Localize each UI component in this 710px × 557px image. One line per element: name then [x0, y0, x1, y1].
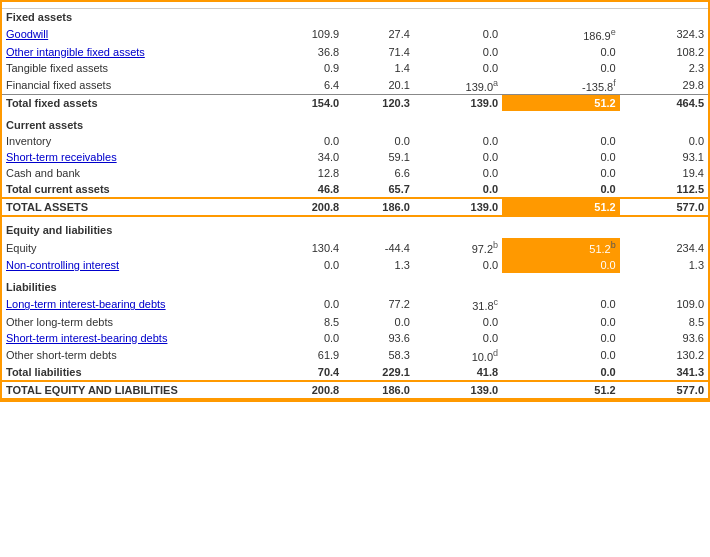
- row-proforma: 93.6: [620, 330, 708, 346]
- section-header-row: Equity and liabilities: [2, 222, 708, 238]
- section-header-label: Fixed assets: [2, 9, 708, 26]
- subtotal-row: Total fixed assets 154.0 120.3 139.0 51.…: [2, 95, 708, 112]
- row-formpipe: 0.0: [214, 330, 343, 346]
- data-row: Short-term interest-bearing debts 0.0 93…: [2, 330, 708, 346]
- row-elim: 0.0: [502, 295, 620, 314]
- row-traen: 58.3: [343, 346, 414, 365]
- row-adj: 97.2b: [414, 238, 502, 257]
- row-elim: 51.2: [502, 198, 620, 216]
- row-formpipe: 0.0: [214, 295, 343, 314]
- row-traen: 0.0: [343, 133, 414, 149]
- row-traen: 20.1: [343, 76, 414, 95]
- row-proforma: 577.0: [620, 198, 708, 216]
- row-adj: 0.0: [414, 25, 502, 44]
- row-adj: 31.8c: [414, 295, 502, 314]
- row-adj: 0.0: [414, 44, 502, 60]
- row-label: Equity: [2, 238, 214, 257]
- section-header-label: Liabilities: [2, 279, 708, 295]
- row-traen: 0.0: [343, 314, 414, 330]
- row-adj: 0.0: [414, 181, 502, 198]
- row-label: Other short-term debts: [2, 346, 214, 365]
- row-traen: 93.6: [343, 330, 414, 346]
- row-proforma: 1.3: [620, 257, 708, 273]
- row-label[interactable]: Non-controlling interest: [2, 257, 214, 273]
- row-traen: 77.2: [343, 295, 414, 314]
- data-row: Non-controlling interest 0.0 1.3 0.0 0.0…: [2, 257, 708, 273]
- row-label: Total current assets: [2, 181, 214, 198]
- row-label: Total fixed assets: [2, 95, 214, 112]
- subtotal-plain-row: Total liabilities 70.4 229.1 41.8 0.0 34…: [2, 364, 708, 381]
- row-traen: 120.3: [343, 95, 414, 112]
- row-label: Financial fixed assets: [2, 76, 214, 95]
- row-elim: 0.0: [502, 133, 620, 149]
- row-adj: 10.0d: [414, 346, 502, 365]
- row-elim: 0.0: [502, 44, 620, 60]
- row-elim: 0.0: [502, 60, 620, 76]
- row-formpipe: 61.9: [214, 346, 343, 365]
- row-label[interactable]: Long-term interest-bearing debts: [2, 295, 214, 314]
- row-elim: 0.0: [502, 149, 620, 165]
- grand-total-row: TOTAL EQUITY AND LIABILITIES 200.8 186.0…: [2, 381, 708, 399]
- data-row: Equity 130.4 -44.4 97.2b 51.2b 234.4: [2, 238, 708, 257]
- row-label: TOTAL EQUITY AND LIABILITIES: [2, 381, 214, 399]
- data-row: Other short-term debts 61.9 58.3 10.0d 0…: [2, 346, 708, 365]
- row-label[interactable]: Short-term interest-bearing debts: [2, 330, 214, 346]
- row-elim: 0.0: [502, 181, 620, 198]
- row-traen: 27.4: [343, 25, 414, 44]
- row-label: Inventory: [2, 133, 214, 149]
- row-adj: 0.0: [414, 257, 502, 273]
- row-elim: 186.9e: [502, 25, 620, 44]
- row-formpipe: 200.8: [214, 198, 343, 216]
- row-traen: -44.4: [343, 238, 414, 257]
- section-header-row: Liabilities: [2, 279, 708, 295]
- row-elim: -135.8f: [502, 76, 620, 95]
- data-row: Financial fixed assets 6.4 20.1 139.0a -…: [2, 76, 708, 95]
- financial-table: Fixed assets Goodwill 109.9 27.4 0.0 186…: [0, 0, 710, 402]
- data-row: Long-term interest-bearing debts 0.0 77.…: [2, 295, 708, 314]
- row-formpipe: 34.0: [214, 149, 343, 165]
- row-label[interactable]: Short-term receivables: [2, 149, 214, 165]
- row-adj: 139.0: [414, 95, 502, 112]
- row-adj: 139.0a: [414, 76, 502, 95]
- row-proforma: 234.4: [620, 238, 708, 257]
- row-adj: 41.8: [414, 364, 502, 381]
- row-proforma: 2.3: [620, 60, 708, 76]
- data-row: Cash and bank 12.8 6.6 0.0 0.0 19.4: [2, 165, 708, 181]
- row-formpipe: 12.8: [214, 165, 343, 181]
- row-label[interactable]: Goodwill: [2, 25, 214, 44]
- row-proforma: 93.1: [620, 149, 708, 165]
- data-row: Other intangible fixed assets 36.8 71.4 …: [2, 44, 708, 60]
- row-adj: 0.0: [414, 314, 502, 330]
- row-elim: 51.2: [502, 381, 620, 399]
- row-traen: 1.3: [343, 257, 414, 273]
- row-adj: 139.0: [414, 198, 502, 216]
- row-proforma: 577.0: [620, 381, 708, 399]
- row-label: Tangible fixed assets: [2, 60, 214, 76]
- row-formpipe: 46.8: [214, 181, 343, 198]
- row-formpipe: 70.4: [214, 364, 343, 381]
- section-header-row: Fixed assets: [2, 9, 708, 26]
- row-label[interactable]: Other intangible fixed assets: [2, 44, 214, 60]
- row-proforma: 464.5: [620, 95, 708, 112]
- row-elim: 0.0: [502, 165, 620, 181]
- row-elim: 0.0: [502, 364, 620, 381]
- row-proforma: 324.3: [620, 25, 708, 44]
- row-formpipe: 0.0: [214, 133, 343, 149]
- row-formpipe: 6.4: [214, 76, 343, 95]
- row-formpipe: 36.8: [214, 44, 343, 60]
- row-formpipe: 109.9: [214, 25, 343, 44]
- row-adj: 139.0: [414, 381, 502, 399]
- row-formpipe: 154.0: [214, 95, 343, 112]
- row-proforma: 109.0: [620, 295, 708, 314]
- row-elim: 51.2: [502, 95, 620, 112]
- row-formpipe: 8.5: [214, 314, 343, 330]
- row-proforma: 8.5: [620, 314, 708, 330]
- row-traen: 59.1: [343, 149, 414, 165]
- row-adj: 0.0: [414, 149, 502, 165]
- row-label: Total liabilities: [2, 364, 214, 381]
- data-row: Tangible fixed assets 0.9 1.4 0.0 0.0 2.…: [2, 60, 708, 76]
- row-elim: 0.0: [502, 314, 620, 330]
- section-header-label: Equity and liabilities: [2, 222, 708, 238]
- row-label: Other long-term debts: [2, 314, 214, 330]
- row-proforma: 29.8: [620, 76, 708, 95]
